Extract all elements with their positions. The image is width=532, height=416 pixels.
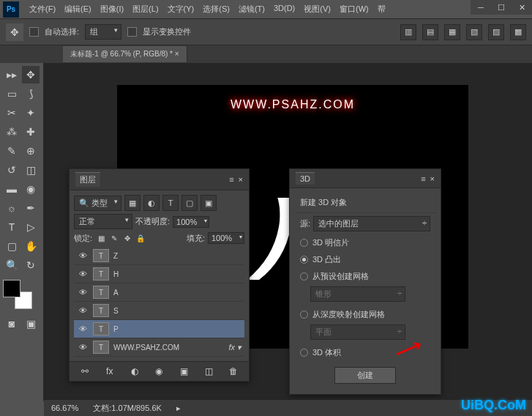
- lock-all-icon[interactable]: 🔒: [135, 232, 146, 244]
- menu-item[interactable]: 帮: [373, 1, 390, 18]
- panel-close-icon[interactable]: ×: [239, 175, 243, 184]
- close-button[interactable]: ✕: [512, 0, 532, 15]
- align-icon[interactable]: ▥: [400, 24, 416, 40]
- 3d-option-row[interactable]: 3D 凸出: [294, 251, 436, 268]
- lasso-tool[interactable]: ⟆: [22, 85, 40, 103]
- source-dropdown[interactable]: 选中的图层: [313, 216, 430, 231]
- fx-icon[interactable]: fx: [103, 365, 116, 378]
- wand-tool[interactable]: ✦: [22, 104, 40, 122]
- panel-menu-icon[interactable]: ≡: [421, 174, 425, 183]
- radio-button[interactable]: [300, 272, 308, 281]
- panel-close-icon[interactable]: ×: [430, 174, 435, 183]
- eraser-tool[interactable]: ◫: [22, 161, 40, 179]
- rotate-tool[interactable]: ↻: [22, 256, 40, 274]
- filter-adjust-icon[interactable]: ◐: [143, 195, 160, 211]
- radio-button[interactable]: [300, 256, 308, 264]
- visibility-icon[interactable]: 👁: [77, 268, 89, 280]
- align-icon[interactable]: ▨: [488, 24, 504, 40]
- lock-position-icon[interactable]: ✥: [121, 232, 133, 244]
- minimize-button[interactable]: ─: [471, 0, 491, 15]
- eyedropper-tool[interactable]: ⁂: [3, 123, 20, 141]
- move-tool-icon[interactable]: ✥: [6, 23, 23, 41]
- type-tool[interactable]: T: [3, 218, 20, 236]
- radio-button[interactable]: [300, 349, 308, 357]
- menu-item[interactable]: 窗口(W): [335, 1, 373, 18]
- layer-row[interactable]: 👁TH: [74, 265, 244, 283]
- gradient-tool[interactable]: ▬: [3, 180, 20, 198]
- visibility-icon[interactable]: 👁: [77, 305, 89, 316]
- filter-dropdown[interactable]: 🔍 类型: [74, 196, 121, 211]
- color-swatches[interactable]: [3, 280, 32, 309]
- filter-smart-icon[interactable]: ▣: [201, 195, 217, 211]
- 3d-option-row[interactable]: 3D 体积: [294, 344, 436, 361]
- menu-item[interactable]: 选择(S): [198, 1, 234, 18]
- menu-item[interactable]: 视图(V): [299, 1, 335, 18]
- screen-tool[interactable]: ▣: [22, 315, 40, 333]
- menu-item[interactable]: 滤镜(T): [234, 1, 269, 18]
- 3d-tab[interactable]: 3D: [296, 172, 315, 185]
- layer-row[interactable]: 👁TZ: [74, 247, 244, 265]
- 3d-option-row[interactable]: 从深度映射创建网格: [294, 306, 436, 323]
- zoom-level[interactable]: 66.67%: [51, 404, 78, 412]
- menu-item[interactable]: 文字(Y): [163, 1, 199, 18]
- hand-tool[interactable]: ✋: [22, 237, 40, 255]
- brush-tool[interactable]: ✎: [3, 142, 20, 160]
- visibility-icon[interactable]: 👁: [77, 286, 89, 298]
- 3d-option-row[interactable]: 从预设创建网格: [294, 268, 436, 285]
- radio-button[interactable]: [300, 311, 308, 319]
- fill-field[interactable]: 100%: [208, 232, 244, 244]
- zoom-tool[interactable]: 🔍: [3, 256, 20, 274]
- menu-item[interactable]: 图层(L): [128, 1, 162, 18]
- create-button[interactable]: 创建: [334, 367, 396, 384]
- info-chevron-icon[interactable]: ▸: [176, 404, 181, 413]
- link-icon[interactable]: ⚯: [78, 365, 91, 378]
- lock-transparency-icon[interactable]: ▦: [95, 232, 107, 244]
- opacity-field[interactable]: 100%: [173, 216, 209, 228]
- new-layer-icon[interactable]: ◫: [202, 365, 215, 378]
- layer-row[interactable]: 👁TWWW.PSAHZ.COMfx ▾: [74, 338, 244, 357]
- radio-button[interactable]: [300, 239, 308, 247]
- menu-item[interactable]: 3D(D): [269, 1, 299, 18]
- menu-item[interactable]: 图像(I): [96, 1, 128, 18]
- lock-pixels-icon[interactable]: ✎: [108, 232, 120, 244]
- quickmask-tool[interactable]: ◙: [3, 315, 20, 333]
- align-icon[interactable]: ▤: [422, 24, 438, 40]
- filter-pixel-icon[interactable]: ▦: [124, 195, 141, 211]
- align-icon[interactable]: ▧: [466, 24, 482, 40]
- show-transform-checkbox[interactable]: [127, 27, 137, 37]
- layer-row[interactable]: 👁TS: [74, 302, 244, 320]
- shape-tool[interactable]: ▢: [3, 237, 20, 255]
- dodge-tool[interactable]: ☼: [3, 199, 20, 217]
- history-tool[interactable]: ↺: [3, 161, 20, 179]
- blur-tool[interactable]: ◉: [22, 180, 40, 198]
- pen-tool[interactable]: ✒: [22, 199, 40, 217]
- menu-item[interactable]: 编辑(E): [60, 1, 96, 18]
- stamp-tool[interactable]: ⊕: [22, 142, 40, 160]
- heal-tool[interactable]: ✚: [22, 123, 40, 141]
- blend-dropdown[interactable]: 正常: [74, 214, 132, 229]
- panel-menu-icon[interactable]: ≡: [229, 175, 233, 184]
- fg-color[interactable]: [3, 280, 20, 297]
- filter-shape-icon[interactable]: ▢: [181, 195, 198, 211]
- marquee-tool[interactable]: ▭: [3, 85, 20, 103]
- move-tool[interactable]: ✥: [22, 66, 40, 83]
- visibility-icon[interactable]: 👁: [77, 323, 89, 335]
- layers-tab[interactable]: 图层: [75, 172, 100, 187]
- crop-tool[interactable]: ✂: [3, 104, 20, 122]
- layer-row[interactable]: 👁TP: [74, 320, 244, 338]
- target-dropdown[interactable]: 组: [85, 24, 121, 40]
- 3d-option-row[interactable]: 3D 明信片: [294, 234, 436, 251]
- maximize-button[interactable]: ☐: [491, 0, 512, 15]
- path-tool[interactable]: ▷: [22, 218, 40, 236]
- document-tab[interactable]: 未标题-1 @ 66.7% (P, RGB/8) * ×: [63, 46, 187, 62]
- layer-row[interactable]: 👁TA: [74, 283, 244, 302]
- mask-icon[interactable]: ◐: [128, 365, 141, 378]
- group-icon[interactable]: ▣: [177, 365, 190, 378]
- align-icon[interactable]: ▦: [444, 24, 460, 40]
- auto-select-checkbox[interactable]: [29, 27, 39, 37]
- expand-icon[interactable]: ▸▸: [3, 66, 20, 83]
- delete-icon[interactable]: 🗑: [227, 365, 240, 378]
- menu-item[interactable]: 文件(F): [25, 1, 60, 18]
- filter-type-icon[interactable]: T: [162, 195, 179, 211]
- visibility-icon[interactable]: 👁: [77, 250, 89, 261]
